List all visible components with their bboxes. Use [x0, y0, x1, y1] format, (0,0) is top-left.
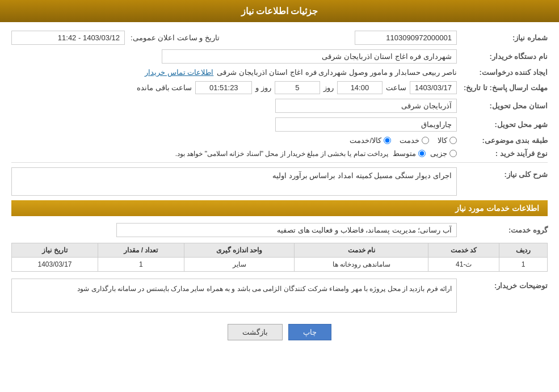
need-number-label: شماره نیاز: [457, 33, 548, 42]
radio-kala-input[interactable] [449, 137, 457, 144]
cell-quantity: 1 [98, 258, 184, 272]
city-label: شهر محل تحویل: [457, 120, 548, 129]
creator-value-area: ناصر ربیعی حسابدار و مامور وصول شهرداری … [11, 68, 457, 77]
radio-kala-label: کالا [438, 136, 447, 145]
cell-name: ساماندهی رودخانه ها [295, 258, 428, 272]
col-date: تاریخ نیاز [12, 243, 98, 258]
radio-motavasset: متوسط [393, 149, 426, 158]
purchase-type-row: نوع فرآیند خرید : جزیی متوسط پرداخت تمام… [11, 149, 548, 158]
radio-kala-khedmat: کالا/خدمت [350, 136, 391, 145]
services-section-title: اطلاعات خدمات مورد نیاز [11, 200, 548, 216]
buyer-org-label: نام دستگاه خریدار: [457, 52, 548, 61]
city-box: چاراویماق [275, 117, 457, 132]
buyer-org-row: نام دستگاه خریدار: شهرداری فره اغاج استا… [11, 49, 548, 64]
response-deadline-label: مهلت ارسال پاسخ: تا تاریخ: [457, 83, 548, 92]
radio-kala-khedmat-label: کالا/خدمت [350, 136, 381, 145]
province-value: آذربایجان شرقی [11, 99, 457, 113]
city-value: چاراویماق [11, 117, 457, 132]
cell-date: 1403/03/17 [12, 258, 98, 272]
print-button[interactable]: چاپ [288, 324, 331, 340]
need-number-box: 1103090972000001 [355, 31, 457, 45]
purchase-note: پرداخت تمام یا بخشی از مبلغ خریدار از مح… [175, 150, 388, 158]
col-name: نام خدمت [295, 243, 428, 258]
page-header: جزئیات اطلاعات نیاز [0, 0, 559, 22]
service-group-box: آب رسانی؛ مدیریت پسماند، فاضلاب و فعالیت… [116, 223, 457, 237]
category-row: طبقه بندی موضوعی: کالا خدمت کالا/خدمت [11, 136, 548, 145]
province-row: استان محل تحویل: آذربایجان شرقی [11, 99, 548, 113]
days-label-static: روز [323, 83, 334, 92]
purchase-type-label: نوع فرآیند خرید : [457, 149, 548, 158]
announcement-value-box: 1403/03/12 - 11:42 [11, 31, 125, 45]
radio-khedmat-label: خدمت [400, 136, 419, 145]
city-row: شهر محل تحویل: چاراویماق [11, 117, 548, 132]
table-row: 1ث-41ساماندهی رودخانه هاسایر11403/03/17 [12, 258, 548, 272]
cell-row: 1 [499, 258, 548, 272]
response-deadline-values: 1403/03/17 ساعت 14:00 روز 5 روز و 01:51:… [11, 81, 457, 94]
purchase-type-area: جزیی متوسط پرداخت تمام یا بخشی از مبلغ خ… [11, 149, 457, 158]
page-title: جزئیات اطلاعات نیاز [241, 6, 318, 16]
response-time-box: 14:00 [337, 81, 383, 94]
buyer-notes-box: ارائه فرم بازدید از محل پروژه با مهر وام… [11, 279, 457, 313]
services-table-section: ردیف کد خدمت نام خدمت واحد اندازه گیری ت… [11, 243, 548, 272]
response-deadline-row: مهلت ارسال پاسخ: تا تاریخ: 1403/03/17 سا… [11, 81, 548, 94]
service-group-row: گروه خدمت: آب رسانی؛ مدیریت پسماند، فاضل… [11, 223, 548, 237]
response-remaining-box: 01:51:23 [195, 81, 252, 94]
content-area: شماره نیاز: 1103090972000001 تاریخ و ساع… [0, 22, 559, 357]
creator-value: ناصر ربیعی حسابدار و مامور وصول شهرداری … [217, 68, 457, 77]
page-wrapper: جزئیات اطلاعات نیاز شماره نیاز: 11030909… [0, 0, 559, 392]
service-group-value: آب رسانی؛ مدیریت پسماند، فاضلاب و فعالیت… [11, 223, 457, 237]
contact-link[interactable]: اطلاعات تماس خریدار [145, 68, 213, 77]
response-days-label: روز و [255, 83, 271, 92]
radio-jozii: جزیی [430, 149, 457, 158]
category-radios: کالا خدمت کالا/خدمت [11, 136, 457, 145]
radio-jozii-label: جزیی [430, 149, 447, 158]
button-row: چاپ بازگشت [11, 324, 548, 340]
radio-motavasset-input[interactable] [418, 150, 426, 157]
radio-jozii-input[interactable] [449, 150, 457, 157]
creator-row: ایجاد کننده درخواست: ناصر ربیعی حسابدار … [11, 68, 548, 77]
radio-kala: کالا [438, 136, 457, 145]
creator-label: ایجاد کننده درخواست: [457, 68, 548, 77]
buyer-notes-label: توضیحات خریدار: [457, 279, 548, 290]
province-box: آذربایجان شرقی [275, 99, 457, 113]
col-unit: واحد اندازه گیری [184, 243, 295, 258]
service-group-label: گروه خدمت: [457, 226, 548, 234]
radio-khedmat: خدمت [400, 136, 429, 145]
buyer-notes-row: توضیحات خریدار: ارائه فرم بازدید از محل … [11, 279, 548, 313]
col-qty: تعداد / مقدار [98, 243, 184, 258]
radio-khedmat-input[interactable] [422, 137, 429, 144]
category-label: طبقه بندی موضوعی: [457, 136, 548, 145]
col-row: ردیف [499, 243, 548, 258]
time-label-static: ساعت [386, 83, 406, 92]
need-number-row: شماره نیاز: 1103090972000001 تاریخ و ساع… [11, 31, 548, 45]
radio-motavasset-label: متوسط [393, 149, 416, 158]
cell-code: ث-41 [428, 258, 499, 272]
radio-kala-khedmat-input[interactable] [384, 137, 391, 144]
buyer-org-box: شهرداری فره اغاج استان اذربایجان شرقی [162, 49, 457, 64]
province-label: استان محل تحویل: [457, 102, 548, 110]
need-description-box: اجرای دیوار سنگی مسیل کمیته امداد براساس… [11, 167, 457, 196]
buyer-notes-value: ارائه فرم بازدید از محل پروژه با مهر وام… [11, 279, 457, 313]
announcement-label: تاریخ و ساعت اعلان عمومی: [131, 33, 220, 42]
need-description-value: اجرای دیوار سنگی مسیل کمیته امداد براساس… [11, 167, 457, 196]
col-code: کد خدمت [428, 243, 499, 258]
response-days-box: 5 [275, 81, 320, 94]
need-number-value: 1103090972000001 [220, 31, 457, 45]
back-button[interactable]: بازگشت [228, 324, 283, 340]
buyer-org-value: شهرداری فره اغاج استان اذربایجان شرقی [11, 49, 457, 64]
cell-unit: سایر [184, 258, 295, 272]
response-date-box: 1403/03/17 [410, 81, 457, 94]
response-remaining-label: ساعت باقی مانده [137, 83, 192, 92]
need-description-row: شرح کلی نیاز: اجرای دیوار سنگی مسیل کمیت… [11, 167, 548, 196]
need-description-label: شرح کلی نیاز: [457, 167, 548, 179]
services-table: ردیف کد خدمت نام خدمت واحد اندازه گیری ت… [11, 243, 548, 272]
